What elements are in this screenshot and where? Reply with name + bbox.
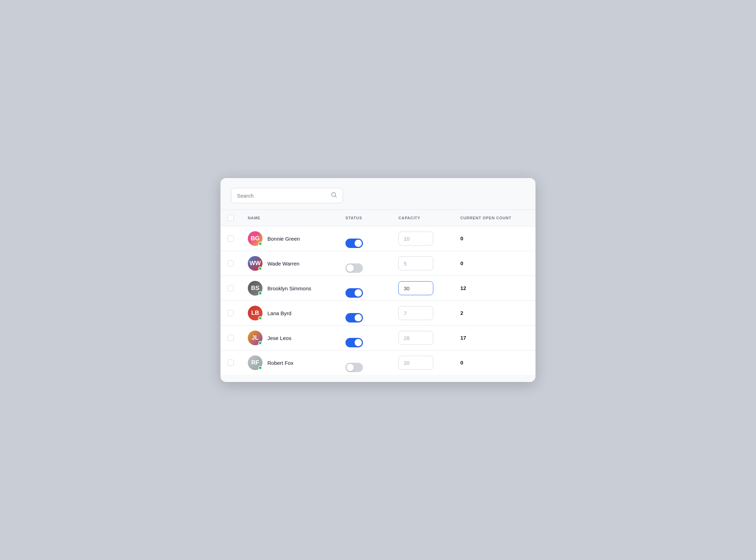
online-indicator [258, 341, 262, 345]
avatar-wrap: WW [248, 256, 262, 271]
toggle-thumb [355, 339, 362, 346]
avatar-wrap: LB [248, 306, 262, 320]
capacity-input-jese-leos[interactable] [398, 331, 433, 345]
main-card: NAME STATUS CAPACITY CURRENT OPEN COUNT … [220, 178, 536, 382]
online-indicator [258, 267, 262, 270]
open-count-brooklyn-simmons: 12 [460, 285, 466, 291]
avatar-wrap: RF [248, 355, 262, 370]
open-count-wade-warren: 0 [460, 260, 463, 266]
open-count-robert-fox: 0 [460, 360, 463, 366]
table-header-row: NAME STATUS CAPACITY CURRENT OPEN COUNT [220, 210, 536, 226]
user-name: Wade Warren [267, 261, 299, 267]
header-name: NAME [241, 210, 338, 226]
row-checkbox-lana-byrd[interactable] [227, 310, 234, 316]
user-name: Jese Leos [267, 335, 291, 341]
search-icon [331, 192, 337, 199]
toggle-thumb [355, 289, 362, 297]
users-table: NAME STATUS CAPACITY CURRENT OPEN COUNT … [220, 210, 536, 375]
header-status: STATUS [338, 210, 391, 226]
online-indicator [258, 242, 262, 246]
row-checkbox-wade-warren[interactable] [227, 260, 234, 267]
capacity-input-robert-fox[interactable] [398, 356, 433, 370]
toggle-thumb [355, 314, 362, 321]
table-row: JL Jese Leos 17 [220, 326, 536, 350]
row-checkbox-jese-leos[interactable] [227, 335, 234, 341]
toggle-thumb [355, 240, 362, 247]
header-checkbox-col [220, 210, 241, 226]
open-count-jese-leos: 17 [460, 335, 466, 341]
capacity-input-bonnie-green[interactable] [398, 232, 433, 246]
svg-line-1 [335, 196, 336, 197]
row-checkbox-bonnie-green[interactable] [227, 235, 234, 242]
header-capacity: CAPACITY [391, 210, 453, 226]
user-name-cell: BS Brooklyn Simmons [248, 281, 331, 296]
search-input[interactable] [237, 193, 328, 199]
open-count-bonnie-green: 0 [460, 235, 463, 241]
capacity-input-brooklyn-simmons[interactable] [398, 281, 433, 295]
online-indicator [258, 291, 262, 295]
table-row: BG Bonnie Green 0 [220, 226, 536, 251]
row-checkbox-brooklyn-simmons[interactable] [227, 285, 234, 291]
user-name-cell: LB Lana Byrd [248, 306, 331, 320]
user-name-cell: RF Robert Fox [248, 355, 331, 370]
search-area [220, 178, 536, 210]
avatar-wrap: JL [248, 331, 262, 345]
table-row: WW Wade Warren 0 [220, 251, 536, 276]
user-name-cell: BG Bonnie Green [248, 231, 331, 246]
user-name-cell: JL Jese Leos [248, 331, 331, 345]
user-name: Lana Byrd [267, 310, 291, 316]
open-count-lana-byrd: 2 [460, 310, 463, 316]
online-indicator [258, 366, 262, 370]
toggle-thumb [346, 264, 354, 272]
user-name: Robert Fox [267, 360, 293, 366]
online-indicator [258, 316, 262, 320]
select-all-checkbox[interactable] [227, 215, 234, 221]
capacity-input-lana-byrd[interactable] [398, 306, 433, 320]
avatar-wrap: BS [248, 281, 262, 296]
table-row: LB Lana Byrd 2 [220, 301, 536, 326]
user-name: Bonnie Green [267, 236, 300, 242]
table-row: BS Brooklyn Simmons 12 [220, 276, 536, 301]
capacity-input-wade-warren[interactable] [398, 256, 433, 270]
toggle-thumb [346, 364, 354, 371]
table-row: RF Robert Fox 0 [220, 350, 536, 375]
search-box [231, 188, 343, 203]
header-open-count: CURRENT OPEN COUNT [453, 210, 536, 226]
avatar-wrap: BG [248, 231, 262, 246]
user-name: Brooklyn Simmons [267, 285, 311, 291]
row-checkbox-robert-fox[interactable] [227, 360, 234, 366]
user-name-cell: WW Wade Warren [248, 256, 331, 271]
